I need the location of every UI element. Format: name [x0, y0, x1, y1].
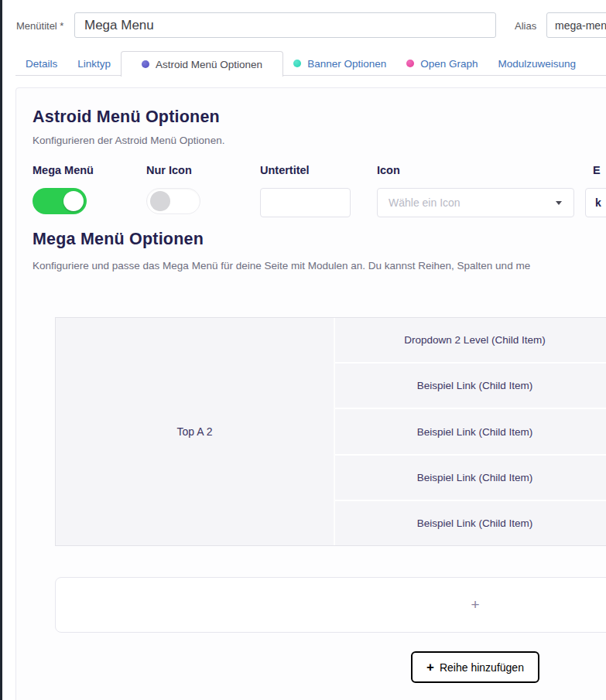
nur-icon-label: Nur Icon [146, 164, 192, 176]
plus-icon: + [426, 661, 434, 674]
toggle-knob [150, 191, 170, 211]
sidebar-edge [0, 0, 2, 700]
untertitel-label: Untertitel [260, 164, 310, 176]
banner-tab-dot-icon [293, 60, 301, 67]
menu-title-input[interactable] [74, 12, 496, 38]
tab-astroid-menu-optionen[interactable]: Astroid Menü Optionen [121, 51, 283, 77]
mega-menu-section-subtitle: Konfiguriere und passe das Mega Menü für… [33, 260, 530, 271]
chevron-down-icon [556, 201, 562, 205]
open-graph-tab-dot-icon [406, 60, 414, 67]
builder-item[interactable]: Beispiel Link (Child Item) [335, 501, 606, 545]
icon-select[interactable]: Wähle ein Icon [377, 188, 574, 217]
builder-item[interactable]: Beispiel Link (Child Item) [335, 409, 606, 453]
builder-item[interactable]: Beispiel Link (Child Item) [335, 364, 606, 408]
alias-input[interactable] [546, 12, 606, 38]
mega-menu-section-title: Mega Menü Optionen [33, 230, 204, 249]
add-row-button-wrap: + Reihe hinzufügen [55, 651, 606, 683]
menu-title-label: Menütitel * [16, 20, 63, 32]
tab-linktyp[interactable]: Linktyp [67, 51, 121, 76]
builder-column-top-a2[interactable]: Top A 2 [56, 318, 335, 545]
tab-open-graph[interactable]: Open Graph [396, 51, 488, 76]
tab-modulzuweisung[interactable]: Modulzuweisung [488, 51, 587, 76]
astroid-tab-dot-icon [142, 60, 149, 68]
mega-menu-label: Mega Menü [33, 164, 94, 176]
icon-select-placeholder: Wähle ein Icon [378, 196, 556, 209]
toggle-knob [63, 191, 84, 211]
tab-details[interactable]: Details [15, 51, 67, 76]
astroid-section-title: Astroid Menü Optionen [33, 108, 220, 127]
add-row-button-label: Reihe hinzufügen [440, 661, 524, 674]
megamenu-builder-row: Top A 2 Dropdown 2 Level (Child Item) Be… [55, 317, 606, 546]
tab-banner-optionen[interactable]: Banner Optionen [283, 51, 396, 76]
badge-label-cutoff: E [593, 164, 601, 176]
astroid-section-subtitle: Konfigurieren der Astroid Menü Optionen. [33, 135, 224, 146]
plus-icon: + [471, 596, 479, 613]
builder-column-children: Dropdown 2 Level (Child Item) Beispiel L… [335, 318, 606, 545]
nur-icon-toggle[interactable] [146, 188, 200, 214]
builder-item[interactable]: Dropdown 2 Level (Child Item) [335, 318, 606, 362]
untertitel-input[interactable] [260, 188, 351, 217]
add-column-dropzone[interactable]: + [55, 577, 606, 633]
icon-label: Icon [377, 164, 400, 176]
tab-bar: Details Linktyp Astroid Menü Optionen Ba… [15, 51, 586, 76]
badge-input-cutoff[interactable] [585, 188, 606, 217]
mega-menu-toggle[interactable] [33, 188, 87, 214]
menu-item-edit-page: Menütitel * Alias Details Linktyp Astroi… [0, 0, 606, 700]
builder-item[interactable]: Beispiel Link (Child Item) [335, 456, 606, 500]
add-row-button[interactable]: + Reihe hinzufügen [411, 651, 539, 683]
alias-label: Alias [515, 20, 536, 32]
